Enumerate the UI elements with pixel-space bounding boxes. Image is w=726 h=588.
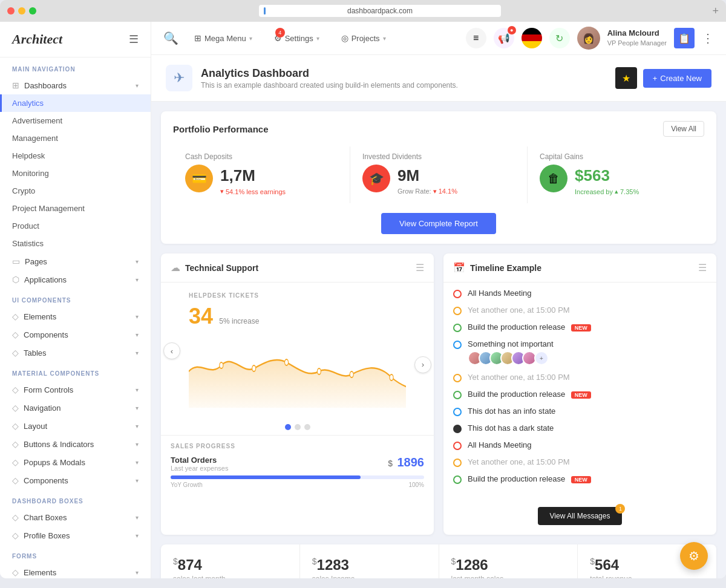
dot-yellow[interactable] (18, 7, 25, 15)
hamburger-icon[interactable]: ☰ (129, 33, 139, 46)
capital-label: Capital Gains (540, 152, 692, 161)
sidebar-item-advertisement[interactable]: Advertisement (0, 112, 151, 129)
stat-box-value-3: $1286 (451, 557, 566, 573)
carousel-dot-1[interactable] (285, 424, 291, 430)
form-elements-icon: ◇ (12, 567, 19, 577)
sidebar-item-crypto[interactable]: Crypto (0, 182, 151, 200)
sidebar-item-components[interactable]: ◇ Components ▾ (0, 325, 151, 344)
stat-box-num-4: 564 (595, 557, 619, 573)
progress-label: YoY Growth 100% (171, 482, 424, 488)
cash-change-text: 54.1% less earnings (226, 188, 286, 195)
tl-dot-green-11 (453, 475, 462, 484)
create-new-button[interactable]: + Create New (643, 69, 711, 88)
stat-boxes-row: $874 sales last month $1283 sales Income… (161, 544, 716, 578)
sidebar-item-dashboards[interactable]: ⊞ Dashboards ▾ (0, 76, 151, 94)
chart-next-btn[interactable]: › (414, 356, 431, 373)
sidebar-item-profile-boxes[interactable]: ◇ Profile Boxes ▾ (0, 526, 151, 544)
user-name: Alina Mclourd (607, 28, 667, 39)
technical-support-panel: ☁ Technical Support ☰ ‹ HELPDESK TICKETS… (161, 253, 434, 535)
tables-icon: ◇ (12, 348, 19, 358)
capital-value: $563 (575, 166, 639, 185)
projects-btn[interactable]: ◎ Projects ▾ (335, 30, 392, 46)
settings-btn[interactable]: ⚙ Settings ▾ 4 (268, 30, 325, 46)
view-messages-button[interactable]: View All Messages 1 (538, 507, 623, 525)
sidebar-item-form-controls[interactable]: ◇ Form Controls ▾ (0, 381, 151, 399)
analytics-label: Analytics (12, 99, 44, 108)
user-role: VP People Manager (607, 39, 667, 47)
sidebar-item-tables[interactable]: ◇ Tables ▾ (0, 344, 151, 362)
sidebar-item-popups-modals[interactable]: ◇ Popups & Modals ▾ (0, 453, 151, 471)
sidebar-item-monitoring[interactable]: Monitoring (0, 165, 151, 182)
note-icon-btn[interactable]: 📋 (674, 28, 695, 48)
sales-title: Total Orders (171, 456, 228, 465)
topnav-more-icon[interactable]: ⋮ (702, 31, 714, 45)
fab-settings[interactable]: ⚙ (680, 542, 708, 570)
stat-box-label-2: sales Income (312, 575, 427, 578)
sidebar-item-management[interactable]: Management (0, 129, 151, 147)
sidebar-item-elements[interactable]: ◇ Elements ▾ (0, 307, 151, 325)
report-btn-wrap: View Complete Report (173, 213, 704, 234)
pages-icon: ▭ (12, 256, 20, 266)
menu-lines-btn[interactable]: ≡ (466, 28, 486, 48)
sidebar-item-statistics[interactable]: Statistics (0, 235, 151, 252)
chevron-popups: ▾ (136, 459, 139, 466)
sidebar-item-applications[interactable]: ⬡ Applications ▾ (0, 270, 151, 289)
tl-content-9: All Hands Meeting (468, 440, 707, 449)
view-report-button[interactable]: View Complete Report (381, 213, 496, 234)
chart-section: ‹ HELPDESK TICKETS 34 5% increase (161, 283, 434, 419)
chevron-tables: ▾ (136, 350, 139, 356)
sidebar-item-product[interactable]: Product (0, 217, 151, 235)
sidebar-item-buttons-indicators[interactable]: ◇ Buttons & Indicators ▾ (0, 435, 151, 453)
arrow-down-icon: ▾ (220, 188, 224, 195)
sidebar-item-chart-boxes[interactable]: ◇ Chart Boxes ▾ (0, 508, 151, 526)
dot-green[interactable] (29, 7, 36, 15)
chevron-navigation: ▾ (136, 405, 139, 411)
timeline-header: 📅 Timeline Example ☰ (443, 253, 716, 283)
mega-menu-btn[interactable]: ⊞ Mega Menu ▾ (188, 30, 258, 46)
carousel-dot-2[interactable] (295, 424, 301, 430)
dot-red[interactable] (7, 7, 15, 15)
settings-badge: 4 (275, 28, 285, 38)
sidebar-item-layout[interactable]: ◇ Layout ▾ (0, 417, 151, 435)
carousel-dot-3[interactable] (304, 424, 310, 430)
chevron-down-icon: ▾ (136, 82, 139, 89)
invested-label: Invested Dividents (362, 152, 515, 161)
stat-box-num-3: 1286 (456, 557, 488, 573)
tl-content-5: Yet another one, at 15:00 PM (468, 373, 707, 382)
timeline-menu-icon[interactable]: ☰ (698, 262, 707, 273)
new-tab-btn[interactable]: + (712, 5, 719, 18)
timeline-item-1: All Hands Meeting (453, 289, 707, 298)
tech-menu-icon[interactable]: ☰ (416, 262, 424, 273)
components-icon: ◇ (12, 330, 19, 339)
sales-info: Total Orders Last year expenses (171, 456, 228, 472)
timeline-icon: 📅 (453, 262, 465, 273)
sidebar-item-project-management[interactable]: Project Management (0, 200, 151, 217)
sidebar-item-form-elements[interactable]: ◇ Elements ▾ (0, 563, 151, 578)
sidebar-item-pages[interactable]: ▭ Pages ▾ (0, 252, 151, 270)
chevron-projects: ▾ (383, 35, 386, 42)
dashboard-title-text: Analytics Dashboard This is an example d… (201, 67, 458, 90)
browser-dots (7, 7, 36, 15)
language-flag[interactable] (522, 28, 542, 48)
tl-avatar-more: + (534, 351, 549, 365)
search-icon[interactable]: 🔍 (163, 31, 178, 45)
sidebar-item-helpdesk[interactable]: Helpdesk (0, 147, 151, 165)
stat-box-num-2: 1283 (317, 557, 349, 573)
sidebar-item-mat-components[interactable]: ◇ Components ▾ (0, 471, 151, 489)
sidebar-item-navigation[interactable]: ◇ Navigation ▾ (0, 399, 151, 417)
topnav-right: ≡ 📢 ● ↻ 👩 Alina Mclourd VP People Manage… (466, 27, 714, 50)
tl-content-8: This dot has a dark state (468, 423, 707, 433)
address-bar[interactable]: dashboardpack.com (259, 5, 501, 17)
view-all-button[interactable]: View All (663, 121, 704, 137)
dashboard-icon-plane: ✈ (166, 65, 192, 91)
sidebar-item-analytics[interactable]: Analytics (0, 94, 151, 112)
stat-item-invested: Invested Dividents 🎓 9M Grow Rate: ▾ 14.… (350, 146, 528, 203)
portfolio-section: Portfolio Performance View All Cash Depo… (161, 111, 716, 244)
portfolio-header: Portfolio Performance View All (173, 121, 704, 137)
chart-prev-btn[interactable]: ‹ (163, 342, 180, 359)
avatar[interactable]: 👩 (577, 27, 600, 50)
refresh-btn[interactable]: ↻ (549, 28, 570, 48)
popups-icon: ◇ (12, 457, 19, 467)
star-button[interactable]: ★ (615, 67, 637, 89)
cash-icon: 💳 (185, 165, 213, 192)
